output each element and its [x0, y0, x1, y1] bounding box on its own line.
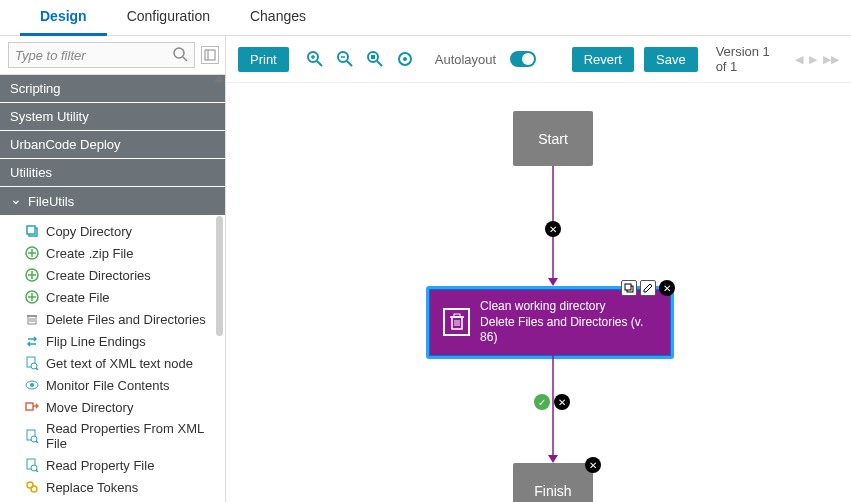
save-button[interactable]: Save	[644, 47, 698, 72]
palette-item-label: Flip Line Endings	[46, 334, 146, 349]
search-doc-icon	[24, 428, 40, 444]
palette-item[interactable]: Read Properties From XML File	[0, 418, 225, 454]
plus-icon	[24, 245, 40, 261]
tokens-icon	[24, 479, 40, 495]
plus-icon	[24, 289, 40, 305]
svg-rect-5	[27, 226, 35, 234]
step-node[interactable]: Clean working directory Delete Files and…	[426, 286, 674, 359]
zoom-out-icon[interactable]	[335, 49, 355, 69]
palette-item[interactable]: Copy Directory	[0, 220, 225, 242]
filter-input[interactable]: Type to filter	[8, 42, 195, 68]
delete-connector-button[interactable]: ✕	[545, 221, 561, 237]
svg-rect-55	[371, 55, 375, 59]
palette-item[interactable]: Monitor File Contents	[0, 374, 225, 396]
copy-icon	[24, 223, 40, 239]
edit-step-button[interactable]	[640, 280, 656, 296]
autolayout-label: Autolayout	[435, 52, 496, 67]
swap-icon	[24, 333, 40, 349]
move-icon	[24, 399, 40, 415]
svg-rect-2	[205, 50, 215, 60]
palette-item-label: Delete Files and Directories	[46, 312, 206, 327]
svg-point-33	[31, 486, 37, 492]
svg-point-0	[174, 48, 184, 58]
palette-item-label: Read Properties From XML File	[46, 421, 221, 451]
version-prev-icon[interactable]: ◀	[795, 53, 803, 66]
svg-line-54	[377, 61, 382, 66]
trash-icon	[443, 308, 470, 336]
collapse-panel-icon[interactable]	[201, 46, 219, 64]
autolayout-toggle[interactable]	[510, 51, 536, 67]
plus-icon	[24, 267, 40, 283]
palette-item[interactable]: Create File	[0, 286, 225, 308]
tab-configuration[interactable]: Configuration	[107, 0, 230, 36]
svg-line-28	[36, 441, 38, 443]
copy-step-button[interactable]	[621, 280, 637, 296]
svg-marker-69	[548, 455, 558, 463]
svg-line-22	[36, 368, 38, 370]
delete-finish-button[interactable]: ✕	[585, 457, 601, 473]
category-fileutils[interactable]: FileUtils	[0, 187, 225, 216]
palette-item[interactable]: Replace Tokens	[0, 476, 225, 498]
palette-item-label: Create Directories	[46, 268, 151, 283]
zoom-reset-icon[interactable]	[395, 49, 415, 69]
svg-point-57	[403, 57, 407, 61]
svg-rect-65	[454, 314, 460, 317]
tab-changes[interactable]: Changes	[230, 0, 326, 36]
palette-item-label: Move Directory	[46, 400, 133, 415]
palette-item[interactable]: Get text of XML text node	[0, 352, 225, 374]
category-system-utility[interactable]: System Utility	[0, 103, 225, 131]
start-node[interactable]: Start	[513, 111, 593, 166]
svg-line-47	[317, 61, 322, 66]
category-utilities[interactable]: Utilities	[0, 159, 225, 187]
palette-scrollbar[interactable]	[216, 216, 223, 336]
svg-point-24	[30, 383, 34, 387]
palette-item[interactable]: Search Files and Folders	[0, 498, 225, 502]
step-subtitle: Delete Files and Directories (v. 86)	[480, 315, 657, 346]
eye-icon	[24, 377, 40, 393]
search-doc-icon	[24, 457, 40, 473]
step-title: Clean working directory	[480, 299, 657, 315]
palette-item[interactable]: Create Directories	[0, 264, 225, 286]
scroll-up-icon[interactable]	[214, 75, 224, 82]
trash-icon	[24, 311, 40, 327]
category-scripting[interactable]: Scripting	[0, 75, 225, 103]
delete-connector-button-2[interactable]: ✕	[554, 394, 570, 410]
palette-item-label: Get text of XML text node	[46, 356, 193, 371]
palette-item[interactable]: Flip Line Endings	[0, 330, 225, 352]
svg-line-51	[347, 61, 352, 66]
zoom-fit-icon[interactable]	[365, 49, 385, 69]
process-canvas[interactable]: Start ✕ Clean working directory Delete F…	[226, 83, 851, 502]
finish-node[interactable]: Finish	[513, 463, 593, 502]
search-icon	[172, 46, 188, 65]
tab-design[interactable]: Design	[20, 0, 107, 36]
version-next-icon[interactable]: ▶	[809, 53, 817, 66]
palette-item-label: Monitor File Contents	[46, 378, 170, 393]
palette-item[interactable]: Read Property File	[0, 454, 225, 476]
svg-marker-59	[548, 278, 558, 286]
palette-item[interactable]: Delete Files and Directories	[0, 308, 225, 330]
success-condition-icon[interactable]: ✓	[534, 394, 550, 410]
svg-line-1	[183, 57, 187, 61]
revert-button[interactable]: Revert	[572, 47, 634, 72]
zoom-in-icon[interactable]	[305, 49, 325, 69]
print-button[interactable]: Print	[238, 47, 289, 72]
palette-item-label: Create .zip File	[46, 246, 133, 261]
finish-node-label: Finish	[534, 483, 571, 499]
palette-item[interactable]: Move Directory	[0, 396, 225, 418]
svg-line-31	[36, 470, 38, 472]
palette-item-label: Read Property File	[46, 458, 154, 473]
delete-step-button[interactable]: ✕	[659, 280, 675, 296]
svg-rect-67	[625, 284, 631, 290]
start-node-label: Start	[538, 131, 568, 147]
palette-item[interactable]: Create .zip File	[0, 242, 225, 264]
palette-item-label: Replace Tokens	[46, 480, 138, 495]
svg-rect-25	[26, 403, 33, 410]
palette-item-label: Copy Directory	[46, 224, 132, 239]
version-label: Version 1 of 1	[716, 44, 779, 74]
search-doc-icon	[24, 355, 40, 371]
version-last-icon[interactable]: ▶▶	[823, 53, 839, 66]
fileutils-list: Copy DirectoryCreate .zip FileCreate Dir…	[0, 216, 225, 502]
palette-item-label: Create File	[46, 290, 110, 305]
palette-sidebar: Type to filter Scripting System Utility …	[0, 36, 226, 502]
category-urbancode-deploy[interactable]: UrbanCode Deploy	[0, 131, 225, 159]
